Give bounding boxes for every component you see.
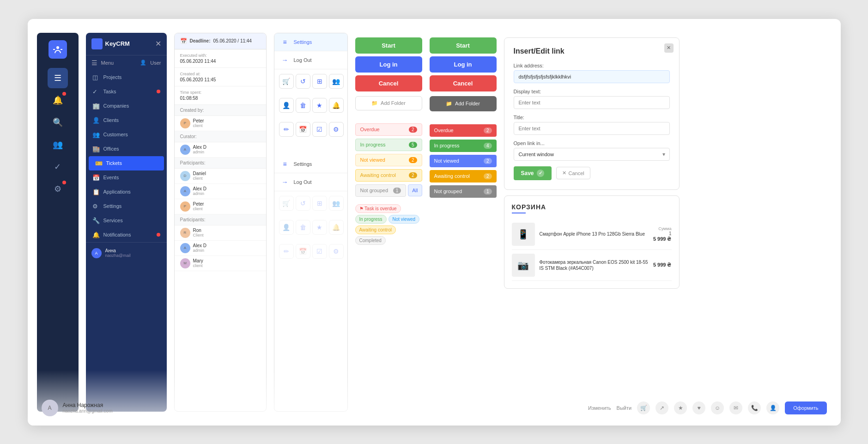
sidebar-item-offices[interactable]: 🏬 Offices xyxy=(86,142,167,156)
icon-trash2[interactable]: 🗑 xyxy=(296,220,310,235)
sidebar-item-tasks[interactable]: ✓ Tasks xyxy=(86,85,167,99)
sidebar-item-tickets[interactable]: 🎫 Tickets xyxy=(89,156,164,170)
icon-person2[interactable]: 👤 xyxy=(279,220,294,235)
star-bottom-icon[interactable]: ★ xyxy=(674,401,687,414)
icon-grid-2: 👤 🗑 ★ 🔔 xyxy=(274,93,347,117)
settings2-menu-item[interactable]: ≡ Settings xyxy=(274,155,347,173)
cart-bottom-icon[interactable]: 🛒 xyxy=(637,401,650,414)
link-close-button[interactable]: ✕ xyxy=(664,43,674,53)
crm-sidebar: ☰ 🔔 🔍 👥 ✓ ⚙ xyxy=(37,33,79,412)
checkout-button[interactable]: Оформить xyxy=(785,401,826,414)
sidebar-item-customers[interactable]: 👥 Customers xyxy=(86,128,167,142)
icon-star2[interactable]: ★ xyxy=(312,220,327,235)
filter-tag-awaiting[interactable]: Awaiting control xyxy=(355,225,396,234)
keycrm-close-icon[interactable]: ✕ xyxy=(155,39,161,48)
cancel-button-left[interactable]: Cancel xyxy=(355,75,422,91)
exit-button[interactable]: Выйти xyxy=(617,405,632,411)
icon-check[interactable]: ☑ xyxy=(312,122,327,137)
sidebar-item-home[interactable]: ☰ xyxy=(48,68,68,88)
icon-edit[interactable]: ✏ xyxy=(279,122,294,137)
sidebar-item-settings[interactable]: ⚙ Settings xyxy=(86,199,167,213)
user-label: User xyxy=(150,60,161,66)
sidebar-item-applications[interactable]: 📋 Applications xyxy=(86,185,167,199)
filter-tag-overdue[interactable]: ⚑ Task is overdue xyxy=(355,204,401,213)
start-button-right[interactable]: Start xyxy=(430,37,497,54)
cancel-link-button[interactable]: ✕ Cancel xyxy=(556,167,590,179)
status-awaiting-left[interactable]: Awaiting control 2 xyxy=(355,169,422,182)
phone-bottom-icon[interactable]: 📞 xyxy=(748,401,761,414)
link-dialog-title: Insert/Edit link xyxy=(514,47,670,55)
add-folder-button-right[interactable]: 📁 Add Folder xyxy=(430,96,497,111)
bottom-user-avatar: A xyxy=(91,248,102,258)
add-folder-button-left[interactable]: 📁 Add Folder xyxy=(355,96,422,110)
sidebar-item-notifications[interactable]: 🔔 Notifications xyxy=(86,228,167,242)
icon-users[interactable]: 👥 xyxy=(329,74,344,89)
sidebar-item-services[interactable]: 🔧 Services xyxy=(86,213,167,228)
sidebar-item-events[interactable]: 📅 Events xyxy=(86,170,167,185)
display-text-input[interactable] xyxy=(514,96,670,109)
sidebar-item-settings[interactable]: ⚙ xyxy=(48,179,68,199)
icon-grid2[interactable]: ⊞ xyxy=(312,196,327,211)
sidebar-item-projects[interactable]: ◫ Projects xyxy=(86,70,167,85)
status-all-left[interactable]: All xyxy=(408,184,422,196)
save-button[interactable]: Save ✓ xyxy=(514,166,552,180)
status-notviewed-right[interactable]: Not viewed 2 xyxy=(430,155,497,167)
participant-daniel: D Daniel client xyxy=(175,169,266,184)
filter-tag-notviewed[interactable]: Not viewed xyxy=(388,215,419,224)
icon-grid[interactable]: ⊞ xyxy=(312,74,327,89)
status-overdue-right[interactable]: Overdue 2 xyxy=(430,124,497,137)
change-button[interactable]: Изменить xyxy=(588,405,611,411)
icon-reload2[interactable]: ↺ xyxy=(296,196,310,211)
icon-calendar2[interactable]: 📅 xyxy=(296,244,310,259)
icon-person[interactable]: 👤 xyxy=(279,98,294,113)
icon-edit2[interactable]: ✏ xyxy=(279,244,294,259)
icon-bell2[interactable]: 🔔 xyxy=(329,220,344,235)
icon-reload[interactable]: ↺ xyxy=(296,74,310,89)
status-awaiting-right[interactable]: Awaiting control 2 xyxy=(430,170,497,182)
icon-star[interactable]: ★ xyxy=(312,98,327,113)
sidebar-item-users[interactable]: 👥 xyxy=(48,134,68,155)
sidebar-item-tasks[interactable]: ✓ xyxy=(48,157,68,177)
icon-users2[interactable]: 👥 xyxy=(329,196,344,211)
open-link-select[interactable]: Current window xyxy=(514,148,670,161)
icon-cart2[interactable]: 🛒 xyxy=(279,196,294,211)
login-button-left[interactable]: Log in xyxy=(355,56,422,73)
filter-tag-inprogress[interactable]: In progress xyxy=(355,215,387,224)
icon-gear[interactable]: ⚙ xyxy=(329,122,344,137)
status-notviewed-left[interactable]: Not viewed 2 xyxy=(355,154,422,166)
status-inprogress-right[interactable]: In progress 4 xyxy=(430,140,497,152)
icon-calendar[interactable]: 📅 xyxy=(296,122,310,137)
task-detail-panel: 📅 Deadline: 05.06.2020 / 11:44 Executed … xyxy=(174,33,267,412)
sidebar-item-notifications[interactable]: 🔔 xyxy=(48,90,68,110)
status-overdue-left[interactable]: Overdue 2 xyxy=(355,123,422,136)
login-button-right[interactable]: Log in xyxy=(430,56,497,73)
sidebar-item-companies[interactable]: 🏢 Companies xyxy=(86,99,167,113)
sidebar-item-search[interactable]: 🔍 xyxy=(48,112,68,133)
link-address-label: Link address: xyxy=(514,63,670,68)
iphone-sum-label: Сумма xyxy=(653,226,672,231)
logout-menu-item[interactable]: → Log Out xyxy=(274,51,347,69)
status-notgrouped-right[interactable]: Not grouped 1 xyxy=(430,185,497,198)
icon-gear2[interactable]: ⚙ xyxy=(329,244,344,259)
start-button-left[interactable]: Start xyxy=(355,37,422,54)
logout2-menu-item[interactable]: → Log Out xyxy=(274,173,347,191)
icon-trash[interactable]: 🗑 xyxy=(296,98,310,113)
icon-check2[interactable]: ☑ xyxy=(312,244,327,259)
link-address-input[interactable] xyxy=(514,70,670,83)
user-bottom-icon[interactable]: 👤 xyxy=(766,401,779,414)
share-bottom-icon[interactable]: ↗ xyxy=(656,401,668,414)
email-bottom-icon[interactable]: ✉ xyxy=(729,401,742,414)
settings-menu-item[interactable]: ≡ Settings xyxy=(274,33,347,51)
status-notgrouped-left[interactable]: Not grouped 1 xyxy=(355,184,407,197)
filter-tag-completed[interactable]: Completed xyxy=(355,236,386,245)
icon-bell[interactable]: 🔔 xyxy=(329,98,344,113)
icon-cart[interactable]: 🛒 xyxy=(279,74,294,89)
smile-bottom-icon[interactable]: ☺ xyxy=(711,401,724,414)
status-inprogress-left[interactable]: In progress 5 xyxy=(355,139,422,151)
awaiting-count-left: 2 xyxy=(409,172,417,178)
cancel-button-right[interactable]: Cancel xyxy=(430,75,497,91)
sidebar-item-clients[interactable]: 👤 Clients xyxy=(86,113,167,128)
crm-logo-icon[interactable] xyxy=(49,40,67,59)
heart-bottom-icon[interactable]: ♥ xyxy=(692,401,705,414)
title-field-input[interactable] xyxy=(514,122,670,135)
